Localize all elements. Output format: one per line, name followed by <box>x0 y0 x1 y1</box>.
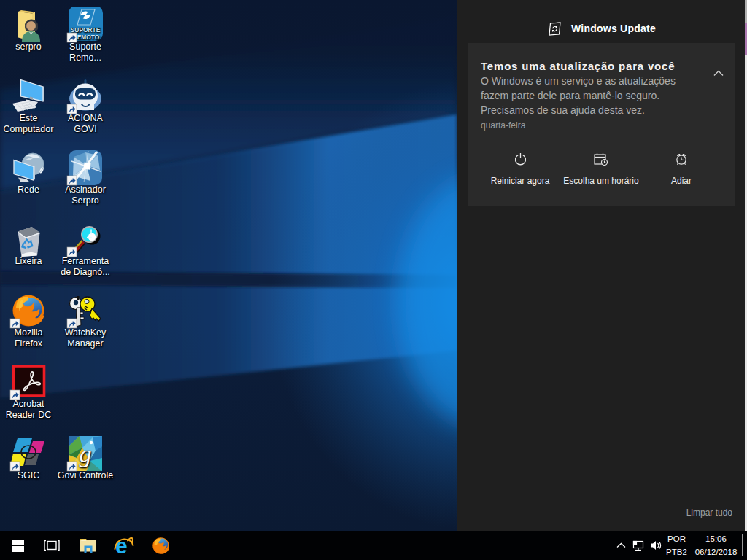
svg-text:REMOTO: REMOTO <box>73 34 100 41</box>
svg-text:g: g <box>80 440 92 467</box>
svg-text:SUPORTE: SUPORTE <box>71 26 101 34</box>
